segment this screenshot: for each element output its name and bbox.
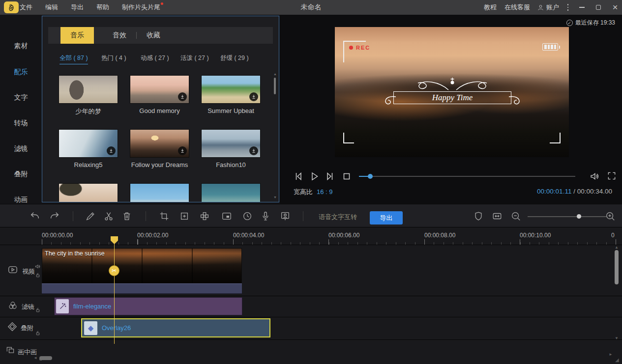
- volume-icon[interactable]: [589, 171, 600, 182]
- video-preview-frame[interactable]: REC Happy Time: [335, 27, 569, 157]
- mosaic-icon[interactable]: [199, 211, 210, 222]
- stop-button[interactable]: [341, 170, 353, 182]
- close-button[interactable]: ×: [608, 0, 622, 15]
- marker-shield-icon[interactable]: [473, 211, 484, 222]
- zoom-slider-track[interactable]: [528, 216, 606, 217]
- sidebar-item-transition[interactable]: 转场: [0, 116, 42, 131]
- zoom-frame-icon[interactable]: [179, 211, 190, 222]
- download-icon[interactable]: [249, 92, 258, 101]
- track-lock-icon[interactable]: [35, 330, 41, 336]
- aspect-ratio[interactable]: 宽高比16 : 9: [294, 188, 333, 196]
- category-soothing[interactable]: 舒缓 ( 29 ): [220, 54, 249, 62]
- playhead-scissors-handle[interactable]: ✂: [109, 265, 119, 276]
- record-voiceover-mic-icon[interactable]: [260, 211, 271, 222]
- app-logo-icon[interactable]: [4, 1, 19, 13]
- music-item[interactable]: [130, 183, 189, 202]
- progress-track[interactable]: [359, 176, 575, 177]
- timeline-zoom-slider[interactable]: [528, 216, 606, 217]
- category-lively[interactable]: 活泼 ( 27 ): [180, 54, 209, 62]
- playhead-line[interactable]: [114, 244, 115, 344]
- horizontal-scrollbar-thumb[interactable]: [39, 356, 52, 360]
- music-item[interactable]: [59, 183, 118, 202]
- download-icon[interactable]: [178, 146, 187, 155]
- delete-trash-icon[interactable]: [121, 211, 132, 222]
- video-clip-audio-strip[interactable]: [42, 283, 242, 294]
- hscroll-right-icon[interactable]: ►: [609, 353, 613, 357]
- speech-text-convert-button[interactable]: 语音文字互转: [319, 213, 357, 222]
- zoom-slider-handle[interactable]: [577, 214, 581, 219]
- menu-help[interactable]: 帮助: [96, 0, 109, 15]
- download-icon[interactable]: [178, 92, 187, 101]
- tab-music[interactable]: 音乐: [60, 27, 94, 44]
- support-link[interactable]: 在线客服: [504, 0, 530, 15]
- sidebar-item-text[interactable]: 文字: [0, 90, 42, 105]
- crop-icon[interactable]: [159, 211, 170, 222]
- menu-file[interactable]: 文件: [20, 0, 32, 15]
- account-button[interactable]: 账户: [537, 0, 559, 15]
- category-all[interactable]: 全部 ( 87 ): [59, 54, 88, 64]
- menu-export[interactable]: 导出: [71, 0, 84, 15]
- zoom-out-icon[interactable]: [510, 211, 521, 222]
- resize-grip-icon[interactable]: ◢: [615, 357, 619, 363]
- previous-frame-button[interactable]: [293, 170, 304, 182]
- freeze-frame-icon[interactable]: [280, 211, 291, 222]
- progress-handle[interactable]: [368, 174, 373, 179]
- music-item[interactable]: Relaxing5: [59, 129, 118, 168]
- music-item[interactable]: Follow your Dreams: [130, 129, 189, 168]
- sidebar-item-music[interactable]: 配乐: [0, 65, 42, 80]
- ruler-label: 00:00:08.00: [424, 232, 455, 239]
- fit-timeline-icon[interactable]: [492, 211, 503, 222]
- track-lock-icon[interactable]: [35, 272, 41, 278]
- filter-clip-name: film-elegance: [73, 303, 111, 310]
- sidebar-item-overlay[interactable]: 叠附: [0, 167, 42, 182]
- next-frame-button[interactable]: [324, 170, 336, 182]
- panel-scrollbar[interactable]: ▲ ▼: [273, 74, 276, 197]
- scroll-down-icon[interactable]: ▼: [273, 196, 277, 199]
- more-menu-icon[interactable]: [561, 0, 575, 15]
- panel-scrollbar-thumb[interactable]: [274, 78, 276, 94]
- track-lock-icon[interactable]: [35, 307, 41, 313]
- download-icon[interactable]: [107, 146, 116, 155]
- filter-clip[interactable]: film-elegance: [54, 297, 242, 315]
- window-title: 未命名: [301, 0, 322, 15]
- play-button[interactable]: [308, 170, 320, 182]
- category-hot[interactable]: 热门 ( 4 ): [101, 54, 126, 62]
- menu-intro-outro[interactable]: 制作片头片尾: [122, 0, 160, 15]
- scroll-up-icon[interactable]: ▲: [273, 72, 277, 76]
- sidebar-item-media[interactable]: 素材: [0, 39, 42, 54]
- vscroll-up-icon[interactable]: ▲: [615, 246, 619, 250]
- redo-icon[interactable]: [49, 211, 60, 222]
- tab-sound-effects[interactable]: 音效: [103, 27, 136, 44]
- music-item[interactable]: Fashion10: [201, 129, 261, 168]
- sidebar-item-filter[interactable]: 滤镜: [0, 141, 42, 156]
- rec-indicator: REC: [349, 45, 370, 51]
- fullscreen-icon[interactable]: [607, 171, 617, 181]
- music-item[interactable]: [201, 183, 261, 202]
- tutorial-link[interactable]: 教程: [484, 0, 497, 15]
- overlay-clip[interactable]: ◆ Overlay26: [81, 318, 270, 337]
- download-icon[interactable]: [249, 146, 258, 155]
- maximize-button[interactable]: [591, 0, 606, 15]
- music-item[interactable]: Good memory: [130, 75, 189, 114]
- video-clip[interactable]: The city in the sunrise: [42, 248, 242, 283]
- tab-favorites[interactable]: 收藏: [137, 27, 170, 44]
- minimize-button[interactable]: [574, 0, 589, 15]
- music-item[interactable]: Summer Upbeat: [201, 75, 261, 114]
- category-dynamic[interactable]: 动感 ( 27 ): [141, 54, 169, 62]
- picture-in-picture-icon[interactable]: [221, 211, 232, 222]
- undo-icon[interactable]: [30, 211, 40, 222]
- hscroll-left-icon[interactable]: ◄: [33, 356, 37, 360]
- track-mute-speaker-icon[interactable]: [34, 263, 41, 270]
- music-item[interactable]: 少年的梦: [59, 75, 118, 116]
- vertical-scrollbar-thumb[interactable]: [615, 250, 619, 284]
- edit-icon[interactable]: [85, 211, 96, 222]
- music-item-thumbnail: [201, 75, 261, 104]
- vscroll-down-icon[interactable]: ▼: [615, 336, 619, 340]
- export-button[interactable]: 导出: [370, 211, 403, 224]
- menu-edit[interactable]: 编辑: [45, 0, 58, 15]
- zoom-in-icon[interactable]: [605, 211, 616, 222]
- duration-clock-icon[interactable]: [242, 211, 253, 222]
- playback-progress-slider[interactable]: [359, 175, 575, 177]
- timeline-ruler[interactable]: [42, 239, 617, 245]
- split-scissors-icon[interactable]: [103, 211, 114, 222]
